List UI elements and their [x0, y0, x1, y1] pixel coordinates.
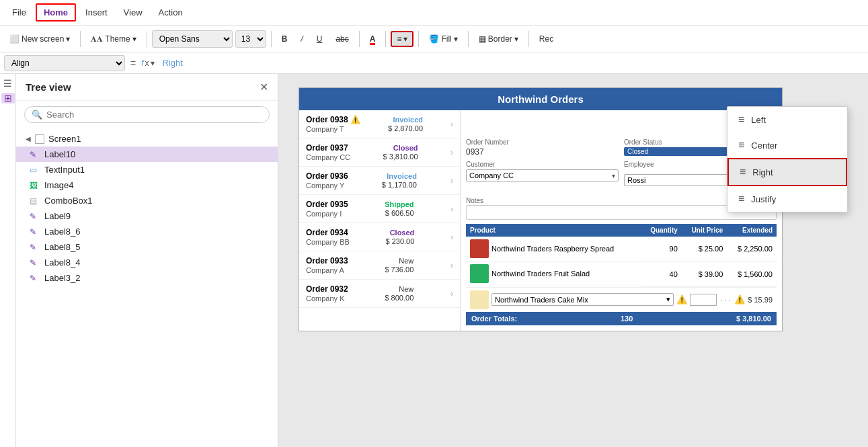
- font-selector[interactable]: Open Sans: [152, 30, 233, 48]
- tree-item-label8-4[interactable]: ✎ Label8_4: [16, 255, 278, 270]
- order-id: Order 0932: [306, 284, 348, 294]
- order-right: New $ 736.00: [385, 257, 413, 274]
- formula-value: Right: [157, 58, 188, 68]
- totals-qty: 130: [621, 315, 633, 323]
- order-company: Company CC: [306, 153, 350, 161]
- formula-fx-button[interactable]: f x ▾: [141, 58, 154, 68]
- align-option-justify[interactable]: ≡ Justify: [727, 186, 847, 212]
- order-left: Order 0934 Company BB: [306, 228, 350, 246]
- product-row: Northwind Traders Fruit Salad 40 $ 39.00…: [466, 261, 777, 286]
- tree-item-label3-2[interactable]: ✎ Label3_2: [16, 270, 278, 286]
- order-totals: Order Totals: 130 $ 3,810.00: [466, 312, 777, 325]
- toolbar-sep-6: [418, 31, 419, 47]
- align-right-icon: ≡: [740, 166, 746, 178]
- list-item[interactable]: Order 0936 Company Y Invoiced $ 1,170.00…: [299, 167, 460, 195]
- product-cell: Northwind Traders Fruit Salad: [466, 261, 641, 286]
- tree-item-image4[interactable]: 🖼 Image4: [16, 177, 278, 193]
- tree-item-label3-2-label: Label3_2: [44, 273, 81, 283]
- bold-button[interactable]: B: [276, 32, 293, 46]
- menu-file[interactable]: File: [5, 5, 33, 20]
- tree-item-label9[interactable]: ✎ Label9: [16, 208, 278, 224]
- tree-item-combobox1[interactable]: ▤ ComboBox1: [16, 193, 278, 208]
- label8-5-icon: ✎: [30, 243, 40, 252]
- tree-item-screen1[interactable]: ◀ Screen1: [16, 131, 278, 147]
- order-company: Company T: [306, 125, 360, 133]
- underline-button[interactable]: U: [311, 32, 328, 46]
- tree-items: ◀ Screen1 ✎ Label10 ▭ TextInput1 🖼 Image…: [16, 128, 278, 447]
- align-button[interactable]: ≡ ▾: [391, 31, 413, 47]
- fill-button[interactable]: 🪣 Fill ▾: [424, 32, 463, 46]
- tree-item-label10-label: Label10: [44, 149, 75, 159]
- order-right: New $ 800.00: [385, 285, 413, 302]
- align-option-right[interactable]: ≡ Right: [727, 158, 847, 186]
- tree-close-button[interactable]: ✕: [260, 81, 268, 93]
- label8-6-icon: ✎: [30, 227, 40, 237]
- order-status: Invoiced: [387, 172, 417, 180]
- tree-item-label10[interactable]: ✎ Label10: [16, 147, 278, 162]
- main-layout: ☰ ⊞ Tree view ✕ 🔍 ◀ Screen1 ✎ Label10: [0, 74, 868, 447]
- search-icon: 🔍: [32, 110, 42, 120]
- list-item[interactable]: Order 0934 Company BB Closed $ 230.00 ›: [299, 223, 460, 251]
- totals-extended: $ 3,810.00: [736, 315, 771, 323]
- fill-chevron-icon: ▾: [454, 34, 458, 44]
- hamburger-icon[interactable]: ☰: [3, 78, 12, 89]
- order-status: Closed: [390, 229, 415, 237]
- tree-item-label8-6[interactable]: ✎ Label8_6: [16, 224, 278, 239]
- font-color-button[interactable]: A: [364, 32, 381, 46]
- last-product-select[interactable]: Northwind Traders Cake Mix ▾: [491, 293, 674, 306]
- order-company: Company BB: [306, 238, 350, 246]
- menu-view[interactable]: View: [117, 5, 149, 20]
- menu-insert[interactable]: Insert: [79, 5, 114, 20]
- theme-button[interactable]: 𝐀𝐀 Theme ▾: [85, 32, 141, 46]
- tree-item-label8-5[interactable]: ✎ Label8_5: [16, 239, 278, 255]
- align-option-center[interactable]: ≡ Center: [727, 132, 847, 158]
- order-company: Company K: [306, 294, 348, 302]
- tree-item-textinput1-label: TextInput1: [44, 165, 85, 175]
- new-screen-icon: ⬜: [9, 34, 19, 44]
- font-size-selector[interactable]: 13: [235, 30, 266, 48]
- tree-header: Tree view ✕: [16, 74, 278, 101]
- order-company: Company Y: [306, 181, 348, 190]
- list-item[interactable]: Order 0933 Company A New $ 736.00 ›: [299, 251, 460, 280]
- align-option-left[interactable]: ≡ Left: [727, 107, 847, 132]
- search-input[interactable]: [46, 110, 262, 120]
- order-amount: $ 736.00: [385, 266, 413, 274]
- formula-bar: Align = f x ▾ Right: [0, 52, 868, 74]
- list-item[interactable]: Order 0937 Company CC Closed $ 3,810.00 …: [299, 138, 460, 167]
- font-color-icon: A: [370, 34, 376, 44]
- label-icon: ✎: [30, 150, 40, 159]
- chevron-right-icon: ›: [450, 120, 453, 129]
- combobox-icon: ▤: [30, 196, 40, 206]
- align-dropdown: ≡ Left ≡ Center ≡ Right ≡ Justify: [727, 106, 848, 212]
- order-status: Shipped: [385, 200, 413, 208]
- product-name: Northwind Traders Fruit Salad: [491, 270, 590, 278]
- border-button[interactable]: ▦ Border ▾: [473, 32, 524, 46]
- order-number-field: Order Number 0937: [466, 138, 619, 157]
- northwind-body: Order 0938 ⚠️ Company T Invoiced $ 2,870…: [299, 110, 782, 331]
- new-screen-button[interactable]: ⬜ New screen ▾: [4, 32, 75, 46]
- product-qty: 40: [641, 261, 681, 286]
- toolbar: ⬜ New screen ▾ 𝐀𝐀 Theme ▾ Open Sans 13 B…: [0, 26, 868, 52]
- tree-item-textinput1[interactable]: ▭ TextInput1: [16, 162, 278, 177]
- list-item[interactable]: Order 0935 Company I Shipped $ 606.50 ›: [299, 195, 460, 223]
- last-qty-input[interactable]: [690, 294, 717, 306]
- chevron-right-icon: ›: [450, 148, 453, 157]
- menu-home[interactable]: Home: [36, 3, 76, 22]
- label8-4-icon: ✎: [30, 258, 40, 268]
- align-right-label: Right: [752, 167, 773, 177]
- customer-select[interactable]: Company CC ▾: [466, 169, 619, 181]
- northwind-form: Northwind Orders Order 0938 ⚠️ Company T…: [299, 87, 783, 331]
- list-item[interactable]: Order 0938 ⚠️ Company T Invoiced $ 2,870…: [299, 110, 460, 138]
- order-right: Invoiced $ 1,170.00: [382, 172, 417, 189]
- order-amount: $ 2,870.00: [388, 124, 423, 132]
- italic-button[interactable]: /: [295, 32, 308, 46]
- order-right: Closed $ 3,810.00: [383, 144, 418, 161]
- rec-button[interactable]: Rec: [534, 32, 559, 46]
- list-item[interactable]: Order 0932 Company K New $ 800.00 ›: [299, 280, 460, 308]
- formula-field-selector[interactable]: Align: [4, 55, 125, 71]
- strikethrough-button[interactable]: abc: [330, 32, 354, 46]
- layers-icon[interactable]: ⊞: [1, 93, 15, 104]
- order-amount: $ 1,170.00: [382, 181, 417, 189]
- chevron-right-icon: ›: [450, 204, 453, 214]
- menu-action[interactable]: Action: [152, 5, 190, 20]
